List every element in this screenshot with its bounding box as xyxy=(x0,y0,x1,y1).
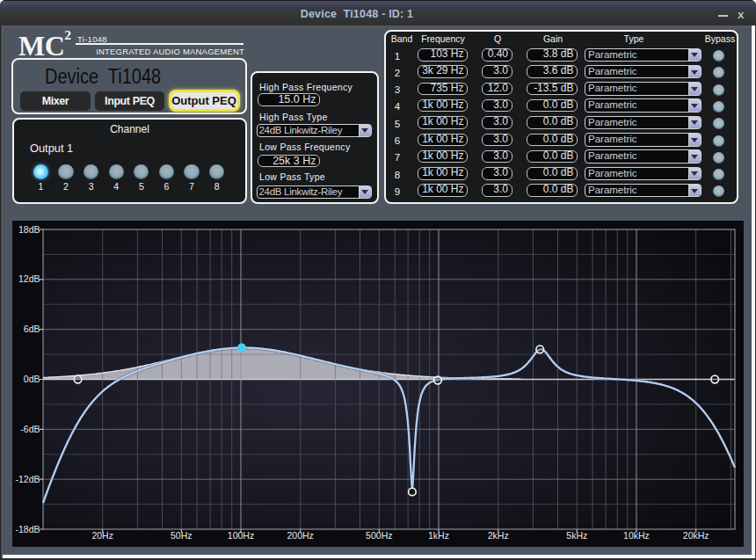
svg-text:6dB: 6dB xyxy=(24,324,40,334)
svg-text:12dB: 12dB xyxy=(18,273,40,284)
svg-text:500Hz: 500Hz xyxy=(366,530,392,541)
svg-text:-6dB: -6dB xyxy=(20,424,40,434)
svg-text:0dB: 0dB xyxy=(24,374,40,384)
svg-text:200Hz: 200Hz xyxy=(287,530,314,541)
svg-text:5kHz: 5kHz xyxy=(566,530,587,541)
svg-text:1kHz: 1kHz xyxy=(428,530,449,541)
svg-text:-12dB: -12dB xyxy=(15,474,40,484)
svg-text:20kHz: 20kHz xyxy=(683,530,709,541)
svg-text:100Hz: 100Hz xyxy=(228,530,254,541)
svg-text:2kHz: 2kHz xyxy=(488,530,509,541)
svg-text:18dB: 18dB xyxy=(18,224,40,235)
svg-text:-18dB: -18dB xyxy=(15,524,40,535)
svg-text:20Hz: 20Hz xyxy=(91,530,113,541)
svg-text:50Hz: 50Hz xyxy=(171,530,193,541)
svg-text:10kHz: 10kHz xyxy=(623,530,650,541)
